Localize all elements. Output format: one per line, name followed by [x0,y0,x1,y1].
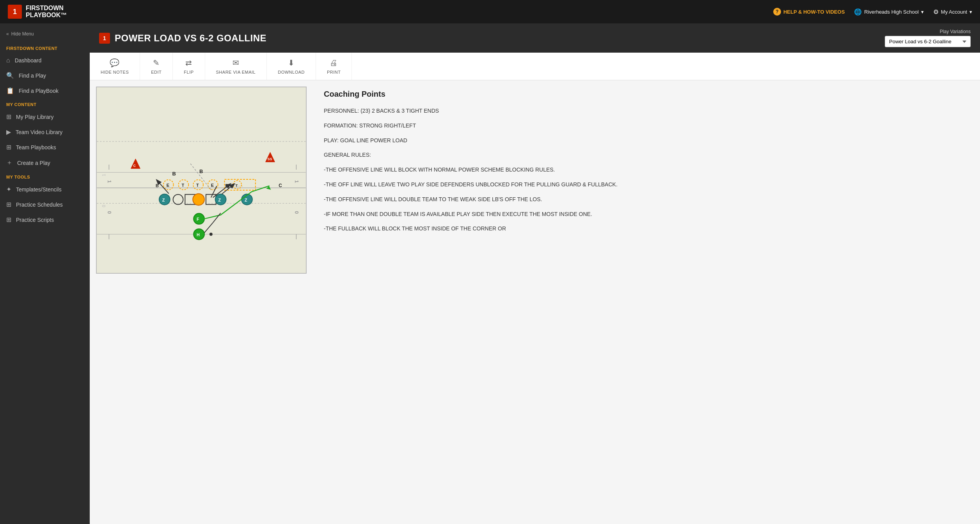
sidebar-item-find-playbook[interactable]: 📋 Find a PlayBook [0,83,90,98]
gear-icon: ⚙ [933,8,939,16]
playbooks-icon: ⊞ [6,143,11,151]
search-icon: 🔍 [6,72,14,79]
sidebar: « Hide Menu FIRSTDOWN CONTENT ⌂ Dashboar… [0,23,90,524]
play-header: 1 POWER LOAD VS 6-2 GOALLINE Play Variat… [90,23,980,53]
sidebar-item-dashboard[interactable]: ⌂ Dashboard [0,53,90,68]
svg-rect-0 [97,87,306,273]
sidebar-label-play-library: My Play Library [16,114,53,120]
field-container: 1 0 — — 1 0 1 0 — — —— [90,80,313,524]
sidebar-label-team-playbooks: Team Playbooks [16,144,56,150]
svg-text:1: 1 [101,174,106,176]
coaching-line-5: -THE FULLBACK WILL BLOCK THE MOST INSIDE… [324,224,969,234]
svg-text:B: B [156,183,159,188]
coaching-points-title: Coaching Points [324,90,969,99]
chevron-left-icon: « [6,31,9,37]
school-selector[interactable]: 🌐 Riverheads High School ▾ [854,8,923,16]
share-email-label: SHARE VIA EMAIL [216,70,256,74]
svg-text:0: 0 [107,211,112,214]
help-icon: ? [773,8,781,16]
coaching-line-formation: FORMATION: STRONG RIGHT/LEFT [324,121,969,131]
sidebar-section-my-content: MY CONTENT [0,98,90,109]
svg-text:0: 0 [294,211,300,214]
sidebar-item-practice-scripts[interactable]: ⊞ Practice Scripts [0,212,90,227]
top-navigation: 1 FIRSTDOWNPLAYBOOK™ ? HELP & HOW-TO VID… [0,0,980,23]
library-icon: ⊞ [6,113,11,120]
main-layout: « Hide Menu FIRSTDOWN CONTENT ⌂ Dashboar… [0,23,980,524]
svg-text:C: C [133,164,136,168]
coaching-line-play: PLAY: GOAL LINE POWER LOAD [324,136,969,145]
help-label: HELP & HOW-TO VIDEOS [783,9,845,15]
print-label: PRINT [327,70,341,74]
sidebar-item-video-library[interactable]: ▶ Team Video Library [0,124,90,140]
sidebar-label-practice-scripts: Practice Scripts [16,217,54,223]
svg-text:E: E [167,183,169,188]
svg-text:B: B [172,171,176,177]
edit-button[interactable]: ✎ EDIT [140,53,173,80]
field-diagram: 1 0 — — 1 0 1 0 — — —— [96,87,307,274]
svg-text:T: T [235,183,238,188]
account-menu[interactable]: ⚙ My Account ▾ [933,8,972,16]
edit-label: EDIT [151,70,162,74]
email-icon: ✉ [233,58,240,67]
sidebar-item-team-playbooks[interactable]: ⊞ Team Playbooks [0,140,90,155]
help-link[interactable]: ? HELP & HOW-TO VIDEOS [773,8,845,16]
svg-text:1: 1 [294,180,300,183]
hide-notes-label: HIDE NOTES [101,70,129,74]
notes-icon: 💬 [110,58,120,67]
download-button[interactable]: ⬇ DOWNLOAD [267,53,316,80]
svg-text:Z: Z [218,198,221,202]
play-toolbar: 💬 HIDE NOTES ✎ EDIT ⇄ FLIP ✉ SHARE VIA E… [90,53,980,80]
school-name: Riverheads High School [864,9,918,15]
coaching-points-body: PERSONNEL: (23) 2 BACKS & 3 TIGHT ENDS F… [324,106,969,234]
coaching-line-1: -THE OFFENSIVE LINE WILL BLOCK WITH NORM… [324,165,969,175]
sidebar-label-create-play: Create a Play [17,160,50,166]
sidebar-label-templates: Templates/Stencils [16,186,62,193]
templates-icon: ✦ [6,186,11,193]
home-icon: ⌂ [6,57,10,64]
share-email-button[interactable]: ✉ SHARE VIA EMAIL [205,53,267,80]
coaching-line-2: -THE OFF LINE WILL LEAVE TWO PLAY SIDE D… [324,180,969,189]
sidebar-section-firstdown: FIRSTDOWN CONTENT [0,42,90,53]
svg-point-51 [209,233,213,236]
sidebar-label-find-play: Find a Play [19,73,46,79]
hide-notes-button[interactable]: 💬 HIDE NOTES [90,53,140,80]
play-badge: 1 [99,33,110,44]
top-nav-right: ? HELP & HOW-TO VIDEOS 🌐 Riverheads High… [773,8,972,16]
svg-text:E: E [211,183,214,188]
sidebar-label-find-playbook: Find a PlayBook [19,88,59,94]
svg-text:0: 0 [101,205,106,207]
coaching-line-general-rules: GENERAL RULES: [324,150,969,160]
variations-select[interactable]: Power Load vs 6-2 Goalline [885,36,971,47]
logo: 1 FIRSTDOWNPLAYBOOK™ [8,5,67,19]
sidebar-item-create-play[interactable]: ＋ Create a Play [0,155,90,171]
svg-text:—: — [294,165,300,170]
play-variations-block: Play Variations Power Load vs 6-2 Goalli… [885,29,971,47]
account-label: My Account [941,9,967,15]
sidebar-item-play-library[interactable]: ⊞ My Play Library [0,109,90,124]
sidebar-item-practice-schedules[interactable]: ⊞ Practice Schedules [0,197,90,212]
hide-menu-label: Hide Menu [11,31,34,37]
sidebar-item-templates[interactable]: ✦ Templates/Stencils [0,182,90,197]
plus-icon: ＋ [6,159,12,167]
svg-text:SS: SS [268,157,272,161]
flip-button[interactable]: ⇄ FLIP [173,53,205,80]
svg-text:H: H [197,232,200,237]
svg-text:T: T [181,183,184,188]
print-icon: 🖨 [330,58,338,67]
logo-text: FIRSTDOWNPLAYBOOK™ [26,5,67,18]
flip-label: FLIP [184,70,194,74]
svg-text:C: C [279,183,282,188]
account-dropdown-icon: ▾ [969,9,972,15]
logo-badge: 1 [8,5,22,19]
svg-text:—: — [107,165,112,170]
play-body: 1 0 — — 1 0 1 0 — — —— [90,80,980,524]
download-icon: ⬇ [288,58,295,67]
coaching-line-3: -THE OFFENSIVE LINE WILL DOUBLE TEAM TO … [324,195,969,204]
hide-menu-button[interactable]: « Hide Menu [0,30,90,42]
print-button[interactable]: 🖨 PRINT [316,53,352,80]
svg-text:1: 1 [107,180,112,183]
schedules-icon: ⊞ [6,201,11,208]
svg-text:—: — [294,234,300,239]
sidebar-item-find-play[interactable]: 🔍 Find a Play [0,68,90,83]
coaching-points-panel: Coaching Points PERSONNEL: (23) 2 BACKS … [313,80,980,524]
